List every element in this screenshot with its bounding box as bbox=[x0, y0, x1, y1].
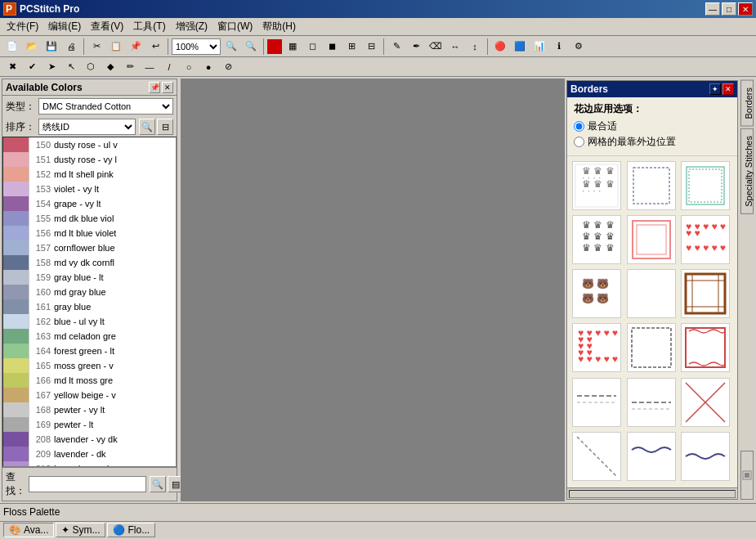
tool10[interactable]: ✎ bbox=[387, 38, 405, 56]
t2-10[interactable]: ○ bbox=[180, 58, 198, 76]
t2-12[interactable]: ⊘ bbox=[219, 58, 237, 76]
color-list[interactable]: 150dusty rose - ul v151dusty rose - vy l… bbox=[2, 137, 177, 467]
color-row[interactable]: 159gray blue - lt bbox=[3, 270, 176, 285]
borders-tab[interactable]: Borders bbox=[740, 80, 754, 127]
t2-7[interactable]: ✏ bbox=[121, 58, 139, 76]
search-icon-btn[interactable]: 🔍 bbox=[139, 119, 155, 135]
menu-enhance[interactable]: 增强(Z) bbox=[171, 18, 212, 35]
search-input[interactable] bbox=[29, 476, 146, 492]
tool19[interactable]: ⚙ bbox=[570, 38, 588, 56]
radio-fit[interactable] bbox=[574, 121, 584, 132]
t2-4[interactable]: ↖ bbox=[62, 58, 80, 76]
color-row[interactable]: 151dusty rose - vy l bbox=[3, 152, 176, 167]
border-thumb-11[interactable] bbox=[627, 323, 676, 372]
undo-button[interactable]: ↩ bbox=[146, 38, 164, 56]
zoom-dropdown[interactable]: 100% 75% 50% 200% bbox=[172, 38, 221, 55]
color-row[interactable]: 153violet - vy lt bbox=[3, 182, 176, 196]
restore-button[interactable]: □ bbox=[722, 2, 736, 16]
color-row[interactable]: 158md vy dk cornfl bbox=[3, 255, 176, 270]
borders-close-button[interactable]: ✕ bbox=[722, 83, 734, 95]
menu-tools[interactable]: 工具(T) bbox=[128, 18, 170, 35]
color-row[interactable]: 160md gray blue bbox=[3, 285, 176, 299]
border-thumb-12[interactable] bbox=[681, 323, 730, 372]
color-row[interactable]: 168pewter - vy lt bbox=[3, 402, 176, 417]
tool17[interactable]: 📊 bbox=[530, 38, 548, 56]
color-row[interactable]: 161gray blue bbox=[3, 299, 176, 314]
taskbar-sym[interactable]: ✦ Sym... bbox=[56, 523, 105, 537]
tool5[interactable]: ▦ bbox=[284, 38, 302, 56]
radio-outer[interactable] bbox=[574, 137, 584, 147]
zoom-in-button[interactable]: 🔍 bbox=[222, 38, 240, 56]
panel-pin-button[interactable]: 📌 bbox=[149, 82, 160, 93]
tool15[interactable]: 🔴 bbox=[491, 38, 509, 56]
menu-help[interactable]: 帮助(H) bbox=[257, 18, 301, 35]
color-row[interactable]: 164forest green - lt bbox=[3, 344, 176, 358]
color-row[interactable]: 156md lt blue violet bbox=[3, 226, 176, 240]
cut-button[interactable]: ✂ bbox=[87, 38, 105, 56]
border-thumb-2[interactable] bbox=[627, 161, 676, 210]
color-row[interactable]: 165moss green - v bbox=[3, 358, 176, 373]
border-thumb-5[interactable] bbox=[627, 215, 676, 264]
tool9[interactable]: ⊟ bbox=[362, 38, 380, 56]
border-thumb-18[interactable] bbox=[681, 432, 730, 481]
border-thumb-9[interactable] bbox=[681, 269, 730, 318]
color-row[interactable]: 150dusty rose - ul v bbox=[3, 137, 176, 152]
tool13[interactable]: ↔ bbox=[446, 38, 464, 56]
border-thumb-1[interactable]: ♛ ♛ ♛ · · · · ♛ ♛ ♛ · · · · bbox=[572, 161, 621, 210]
tool14[interactable]: ↕ bbox=[466, 38, 484, 56]
tab3[interactable] bbox=[740, 451, 754, 500]
borders-pin-button[interactable]: ✦ bbox=[709, 83, 721, 95]
border-thumb-17[interactable] bbox=[627, 432, 676, 481]
menu-view[interactable]: 查看(V) bbox=[86, 18, 128, 35]
color-row[interactable]: 163md celadon gre bbox=[3, 329, 176, 344]
taskbar-flo[interactable]: 🔵 Flo... bbox=[107, 523, 155, 537]
filter-icon-btn[interactable]: ⊟ bbox=[157, 119, 173, 135]
border-thumb-6[interactable]: ♥ ♥ ♥ ♥ ♥ ♥ ♥ ♥ ♥ ♥ ♥ ♥ bbox=[681, 215, 730, 264]
border-thumb-15[interactable] bbox=[681, 378, 730, 427]
border-thumb-3[interactable] bbox=[681, 161, 730, 210]
new-button[interactable]: 📄 bbox=[3, 38, 21, 56]
menu-edit[interactable]: 编辑(E) bbox=[43, 18, 86, 35]
t2-9[interactable]: / bbox=[160, 58, 178, 76]
border-thumb-10[interactable]: ♥ ♥ ♥ ♥ ♥ ♥ ♥ ♥ ♥ ♥ ♥ ♥ ♥ ♥ ♥ ♥ ♥ ♥ bbox=[572, 323, 621, 372]
color-row[interactable]: 162blue - ul vy lt bbox=[3, 314, 176, 329]
color-row[interactable]: 157cornflower blue bbox=[3, 240, 176, 255]
search-button[interactable]: 🔍 bbox=[150, 476, 166, 492]
print-button[interactable]: 🖨 bbox=[62, 38, 80, 56]
tool11[interactable]: ✒ bbox=[407, 38, 425, 56]
color-row[interactable]: 152md lt shell pink bbox=[3, 167, 176, 182]
tool6[interactable]: ◻ bbox=[303, 38, 321, 56]
border-thumb-4[interactable]: ♛ ♛ ♛ ♛ ♛ ♛ ♛ ♛ ♛ bbox=[572, 215, 621, 264]
open-button[interactable]: 📂 bbox=[23, 38, 41, 56]
border-thumb-8[interactable] bbox=[627, 269, 676, 318]
border-thumb-16[interactable] bbox=[572, 432, 621, 481]
zoom-out-button[interactable]: 🔍 bbox=[242, 38, 260, 56]
close-button[interactable]: ✕ bbox=[738, 2, 753, 16]
specialty-stitches-tab[interactable]: Specialty Stitches bbox=[740, 128, 754, 214]
t2-1[interactable]: ✖ bbox=[3, 58, 21, 76]
border-thumb-14[interactable] bbox=[627, 378, 676, 427]
panel-close-button[interactable]: ✕ bbox=[162, 82, 173, 93]
save-button[interactable]: 💾 bbox=[42, 38, 60, 56]
t2-5[interactable]: ⬡ bbox=[82, 58, 100, 76]
t2-3[interactable]: ➤ bbox=[42, 58, 60, 76]
color-row[interactable]: 210lavender - md bbox=[3, 461, 176, 467]
paste-button[interactable]: 📌 bbox=[127, 38, 145, 56]
color-row[interactable]: 209lavender - dk bbox=[3, 447, 176, 461]
t2-2[interactable]: ✔ bbox=[23, 58, 41, 76]
type-dropdown[interactable]: DMC Stranded Cotton bbox=[38, 98, 173, 115]
menu-window[interactable]: 窗口(W) bbox=[212, 18, 257, 35]
color-row[interactable]: 167yellow beige - v bbox=[3, 388, 176, 402]
tool8[interactable]: ⊞ bbox=[342, 38, 360, 56]
color-row[interactable]: 166md lt moss gre bbox=[3, 373, 176, 388]
minimize-button[interactable]: — bbox=[705, 2, 720, 16]
border-thumb-7[interactable]: 🐻 🐻 🐻 🐻 bbox=[572, 269, 621, 318]
t2-8[interactable]: — bbox=[141, 58, 159, 76]
canvas-area[interactable] bbox=[181, 79, 565, 501]
menu-file[interactable]: 文件(F) bbox=[2, 18, 43, 35]
border-thumb-13[interactable] bbox=[572, 378, 621, 427]
copy-button[interactable]: 📋 bbox=[107, 38, 125, 56]
sort-dropdown[interactable]: 绣线ID bbox=[38, 119, 136, 135]
color-button[interactable] bbox=[267, 39, 282, 54]
tool7[interactable]: ◼ bbox=[323, 38, 341, 56]
